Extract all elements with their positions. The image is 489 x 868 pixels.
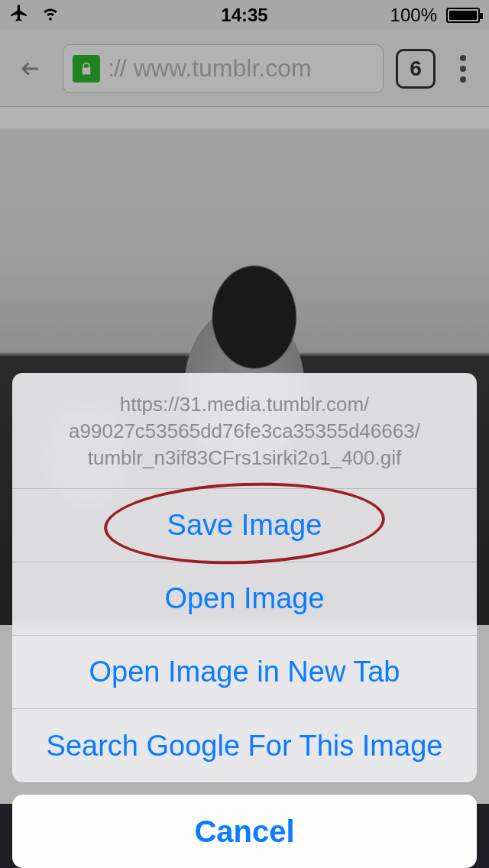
sheet-url-line2: a99027c53565dd76fe3ca35355d46663/ — [28, 418, 461, 445]
action-sheet-title: https://31.media.tumblr.com/ a99027c5356… — [12, 373, 477, 489]
open-image-new-tab-button[interactable]: Open Image in New Tab — [12, 636, 477, 709]
save-image-button[interactable]: Save Image — [12, 489, 477, 562]
sheet-url-line3: tumblr_n3if83CFrs1sirki2o1_400.gif — [28, 445, 461, 471]
screen: 14:35 100% :// www.tumblr.com 6 — [0, 0, 489, 868]
search-google-image-button[interactable]: Search Google For This Image — [12, 709, 477, 782]
action-sheet: https://31.media.tumblr.com/ a99027c5356… — [12, 373, 477, 868]
sheet-url-line1: https://31.media.tumblr.com/ — [28, 391, 461, 418]
open-image-button[interactable]: Open Image — [12, 562, 477, 636]
cancel-button[interactable]: Cancel — [12, 795, 477, 868]
